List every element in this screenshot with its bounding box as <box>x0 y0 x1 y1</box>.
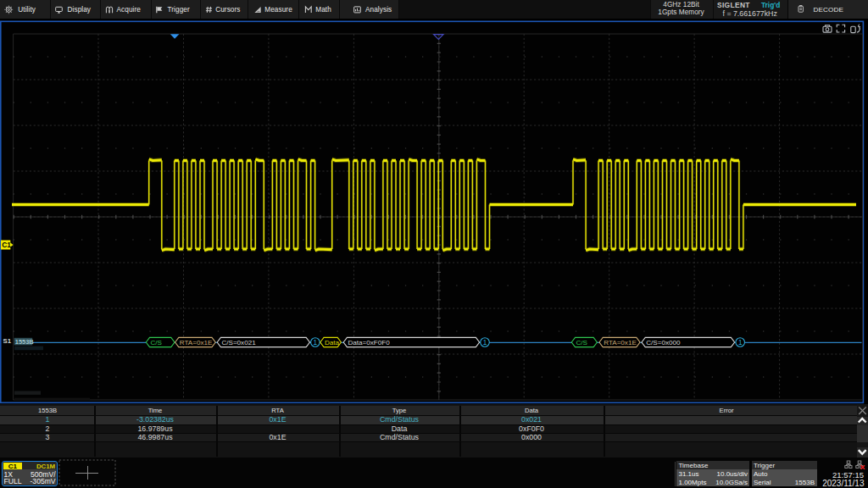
svg-text:C/S=0x021: C/S=0x021 <box>221 339 256 347</box>
svg-text:Data=0xF0F0: Data=0xF0F0 <box>348 339 390 347</box>
svg-text:C/S: C/S <box>151 339 163 347</box>
svg-text:Data: Data <box>325 339 340 347</box>
svg-text:1: 1 <box>738 339 743 347</box>
svg-text:RTA=0x1E: RTA=0x1E <box>180 339 213 347</box>
svg-text:1553B: 1553B <box>15 338 34 346</box>
svg-text:C1: C1 <box>2 241 11 249</box>
svg-text:S1: S1 <box>3 337 12 345</box>
svg-text:C/S: C/S <box>576 339 588 347</box>
svg-text:1: 1 <box>314 339 318 347</box>
svg-text:C/S=0x000: C/S=0x000 <box>646 339 681 347</box>
svg-text:1: 1 <box>483 339 487 347</box>
svg-text:RTA=0x1E: RTA=0x1E <box>604 339 637 347</box>
